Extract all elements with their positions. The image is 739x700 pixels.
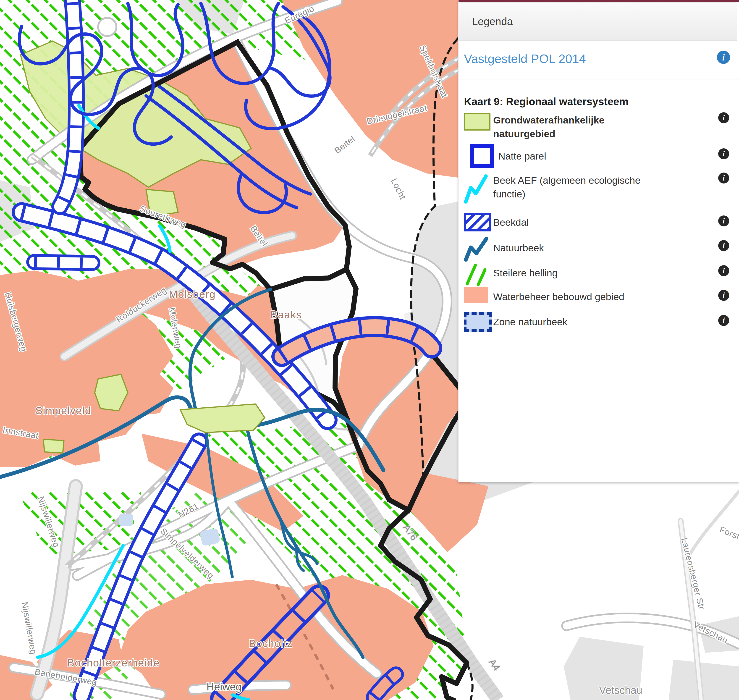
place-label: Molsberg [169,288,216,300]
legend-item-label: Beekdal [493,215,694,229]
legend-item-label2: natuurgebied [493,127,694,141]
blue-dash-fill-swatch-icon [464,312,492,332]
legend-item-label: Beek AEF (algemeen ecologische [493,174,694,187]
place-label: Bocholterzerheide [67,657,160,669]
info-icon[interactable]: i [718,315,729,326]
salmon-fill-swatch-icon [464,287,488,303]
info-icon[interactable]: i [718,172,729,184]
info-icon[interactable]: i [717,51,730,64]
green-hatch-swatch-icon [464,262,489,287]
place-label: Baaks [270,309,302,321]
place-label: Simpelveld [35,404,91,416]
legend-title: Legenda [459,15,513,28]
info-icon[interactable]: i [718,265,729,276]
legend-section-title: Vastgesteld POL 2014 [464,51,731,66]
info-icon[interactable]: i [718,215,729,226]
info-icon[interactable]: i [718,149,729,159]
legend-item-label: Steilere helling [493,266,694,280]
dark-blue-line-swatch-icon [464,237,489,262]
place-label: Bocholtz [249,637,292,649]
legend-item-steilere-helling: Steilere helling i [464,262,734,285]
legend-panel: Legenda Vastgesteld POL 2014 i Kaart 9: … [458,0,739,482]
legend-item-label: Zone natuurbeek [493,315,694,329]
legend-item-beek-aef: Beek AEF (algemeen ecologische functie) … [464,172,734,210]
legend-divider [458,79,739,79]
legend-item-beekdal: Beekdal i [464,213,734,235]
legend-item-label: Grondwaterafhankelijke [493,113,694,127]
info-icon[interactable]: i [718,240,729,251]
info-icon[interactable]: i [718,112,729,123]
blue-hatch-swatch-icon [464,213,491,231]
legend-header: Legenda [459,2,737,41]
legend-item-waterbeheer-bebouwd-gebied: Waterbeheer bebouwd gebied i [464,287,734,310]
green-area-swatch-icon [464,113,491,131]
legend-map-title: Kaart 9: Regionaal watersysteem [464,96,715,108]
legend-item-natuurbeek: Natuurbeek i [464,237,734,260]
legend-topline [458,0,739,2]
blue-outline-swatch-icon [470,144,494,168]
legend-item-label: Natte parel [498,149,699,163]
legend-item-label2: functie) [493,187,694,201]
pol-map-viewer: { "legend": { "header": "Legenda", "sect… [0,0,739,700]
legend-item-zone-natuurbeek: Zone natuurbeek i [464,312,734,335]
street-label: Heiweg [207,681,241,693]
info-icon[interactable]: i [718,290,729,301]
legend-item-natte-parel: Natte parel i [464,144,734,169]
place-label: Vetschau [599,684,642,696]
cyan-line-swatch-icon [464,174,489,204]
legend-item-label: Natuurbeek [493,241,694,255]
legend-item-label: Waterbeheer bebouwd gebied [493,290,694,304]
